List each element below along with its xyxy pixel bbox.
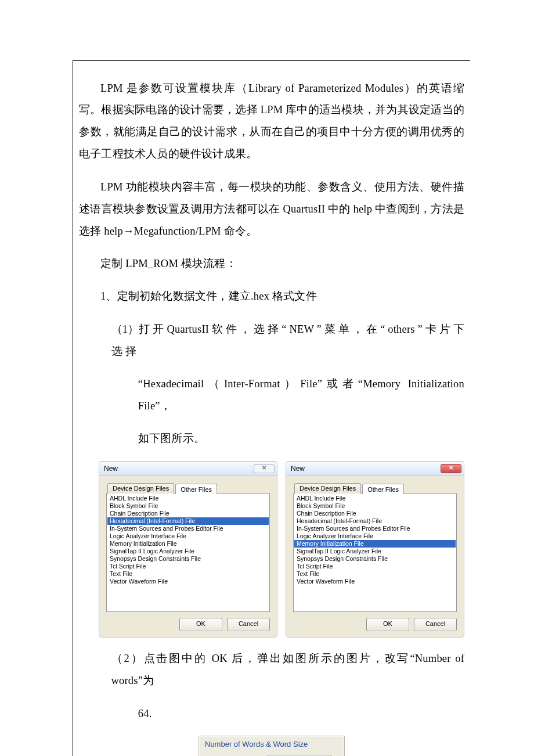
- ok-button[interactable]: OK: [179, 618, 222, 631]
- list-item[interactable]: Text File: [294, 570, 456, 578]
- list-item[interactable]: SignalTap II Logic Analyzer File: [107, 548, 269, 555]
- list-item[interactable]: Block Symbol File: [107, 502, 269, 510]
- ok-button[interactable]: OK: [366, 618, 409, 631]
- paragraph-2: LPM 功能模块内容丰富，每一模块的功能、参数含义、使用方法、硬件描述语言模块参…: [79, 177, 464, 243]
- step-1-2: （2）点击图中的 OK 后，弹出如图所示的图片，改写“Number of wor…: [111, 648, 465, 692]
- dialog-buttons-left: OK Cancel: [106, 618, 270, 631]
- list-item[interactable]: Chain Description File: [294, 510, 456, 517]
- step-1: 1、定制初始化数据文件，建立.hex 格式文件: [79, 286, 464, 308]
- list-item[interactable]: Tcl Script File: [294, 563, 456, 570]
- titlebar-right: New ✕: [286, 461, 464, 476]
- words-dialog: Number of Words & Word Size Number of wo…: [199, 736, 345, 756]
- list-item[interactable]: AHDL Include File: [294, 495, 456, 502]
- list-item-selected[interactable]: Memory Initialization File: [294, 540, 456, 548]
- list-item[interactable]: Logic Analyzer Interface File: [294, 532, 456, 540]
- close-icon[interactable]: ✕: [254, 464, 275, 473]
- paragraph-1: LPM 是参数可设置模块库（Library of Parameterized M…: [79, 78, 464, 166]
- file-type-list-left[interactable]: AHDL Include File Block Symbol File Chai…: [106, 493, 270, 612]
- number-of-words-row: Number of words: 64: [199, 753, 344, 756]
- list-item[interactable]: Text File: [107, 570, 269, 578]
- list-item[interactable]: Hexadecimal (Intel-Format) File: [294, 517, 456, 525]
- dialog-title: New: [291, 465, 305, 473]
- list-item[interactable]: In-System Sources and Probes Editor File: [294, 525, 456, 532]
- titlebar-left: New ✕: [99, 461, 277, 476]
- new-dialog-right: New ✕ Device Design Files Other Files AH…: [286, 461, 464, 638]
- words-dialog-wrap: Number of Words & Word Size Number of wo…: [79, 736, 464, 756]
- dialog-body-right: Device Design Files Other Files AHDL Inc…: [286, 476, 464, 638]
- list-item[interactable]: Chain Description File: [107, 510, 269, 517]
- dialog-buttons-right: OK Cancel: [293, 618, 457, 631]
- list-item[interactable]: In-System Sources and Probes Editor File: [107, 525, 269, 532]
- cancel-button[interactable]: Cancel: [227, 618, 270, 631]
- dialog-body-left: Device Design Files Other Files AHDL Inc…: [99, 476, 277, 638]
- list-item[interactable]: Synopsys Design Constraints File: [107, 555, 269, 563]
- list-item[interactable]: AHDL Include File: [107, 495, 269, 502]
- list-item[interactable]: Block Symbol File: [294, 502, 456, 510]
- step-1-2-val: 64.: [138, 703, 464, 725]
- tabs-right: Device Design Files Other Files: [294, 483, 457, 494]
- list-item[interactable]: Tcl Script File: [107, 563, 269, 570]
- step-1-1a: （1）打 开 QuartusII 软 件 ， 选 择 “ NEW ” 菜 单 ，…: [111, 319, 465, 363]
- list-item-selected[interactable]: Hexadecimal (Intel-Format) File: [107, 517, 269, 525]
- tab-other-files[interactable]: Other Files: [362, 484, 404, 494]
- close-icon[interactable]: ✕: [441, 464, 461, 473]
- list-item[interactable]: Memory Initialization File: [107, 540, 269, 548]
- tabs-left: Device Design Files Other Files: [107, 483, 270, 494]
- cancel-button[interactable]: Cancel: [414, 618, 457, 631]
- step-1-1b: “Hexadecimail（Inter-Format）File”或者“Memor…: [138, 373, 464, 417]
- list-item[interactable]: SignalTap II Logic Analyzer File: [294, 548, 456, 555]
- tab-device-design-files[interactable]: Device Design Files: [107, 483, 174, 494]
- tab-other-files[interactable]: Other Files: [175, 484, 217, 494]
- list-item[interactable]: Logic Analyzer Interface File: [107, 532, 269, 540]
- file-type-list-right[interactable]: AHDL Include File Block Symbol File Chai…: [293, 493, 457, 612]
- list-item[interactable]: Vector Waveform File: [107, 578, 269, 585]
- section-heading: 定制 LPM_ROM 模块流程：: [79, 253, 464, 275]
- step-1-1c: 如下图所示。: [138, 428, 464, 450]
- new-dialog-left: New ✕ Device Design Files Other Files AH…: [99, 461, 277, 638]
- dialog-title: New: [104, 465, 118, 473]
- list-item[interactable]: Vector Waveform File: [294, 578, 456, 585]
- tab-device-design-files[interactable]: Device Design Files: [294, 483, 361, 494]
- screenshots-row: New ✕ Device Design Files Other Files AH…: [99, 461, 464, 638]
- list-item[interactable]: Synopsys Design Constraints File: [294, 555, 456, 563]
- words-dialog-title: Number of Words & Word Size: [199, 736, 344, 753]
